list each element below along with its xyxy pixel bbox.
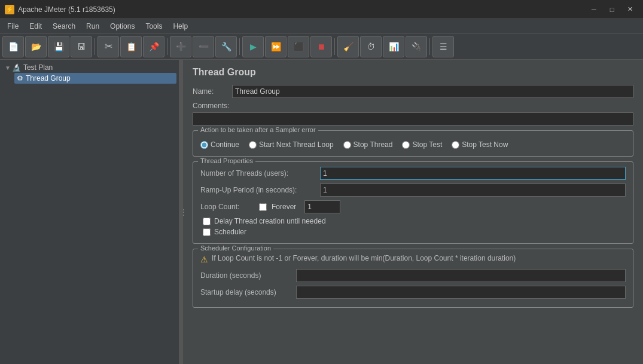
paste-button[interactable] [143, 36, 164, 57]
stop-now-icon [317, 42, 325, 51]
content-area: Thread Group Name: Comments: Action to b… [183, 60, 643, 364]
startup-delay-row: Startup delay (seconds) [200, 286, 626, 299]
clear-button[interactable] [337, 36, 359, 57]
name-field-label: Name: [193, 87, 228, 96]
forever-checkbox[interactable] [259, 203, 267, 211]
duration-input[interactable] [296, 269, 626, 282]
rampup-label: Ramp-Up Period (in seconds): [200, 186, 320, 194]
remove-button[interactable] [193, 36, 214, 57]
new-icon [8, 42, 19, 51]
close-button[interactable]: ✕ [621, 4, 638, 16]
sidebar-item-test-plan[interactable]: ▼ 🔬 Test Plan [2, 62, 176, 73]
menu-search[interactable]: Search [48, 21, 80, 32]
toolbar-sep-1 [95, 38, 95, 55]
radio-start-next-thread-loop[interactable]: Start Next Thread Loop [249, 140, 334, 149]
new-button[interactable] [2, 36, 24, 57]
menu-run[interactable]: Run [81, 21, 104, 32]
radio-stop-thread-input[interactable] [343, 141, 351, 149]
radio-stop-test-label: Stop Test [412, 140, 442, 149]
delay-thread-checkbox[interactable] [203, 218, 211, 225]
toolbar-sep-2 [167, 38, 167, 55]
start-icon [250, 42, 257, 51]
scheduler-checkbox[interactable] [203, 228, 211, 236]
test-plan-label: Test Plan [23, 63, 53, 72]
comments-input[interactable] [193, 112, 633, 126]
browse-button[interactable] [215, 36, 237, 57]
panel-title: Thread Group [193, 67, 633, 78]
timer-icon [367, 42, 375, 51]
radio-stop-test-now-input[interactable] [452, 141, 459, 149]
open-button[interactable] [25, 36, 47, 57]
radio-stop-thread-label: Stop Thread [354, 140, 393, 149]
radio-stop-test-input[interactable] [402, 141, 410, 149]
browse-icon [221, 42, 231, 51]
radio-stop-test-now[interactable]: Stop Test Now [452, 140, 508, 149]
name-input[interactable] [232, 85, 633, 98]
menu-help[interactable]: Help [168, 21, 193, 32]
comments-label: Comments: [193, 102, 633, 110]
rampup-input[interactable] [320, 183, 626, 197]
open-icon [31, 42, 41, 51]
main-layout: ▼ 🔬 Test Plan ⚙ Thread Group Thread Grou… [0, 60, 643, 364]
paste-icon [149, 42, 159, 51]
radio-start-next-thread-loop-label: Start Next Thread Loop [259, 140, 334, 149]
menu-edit[interactable]: Edit [25, 21, 47, 32]
num-threads-input[interactable] [320, 167, 626, 180]
menu-options[interactable]: Options [105, 21, 139, 32]
radio-stop-test[interactable]: Stop Test [402, 140, 442, 149]
window-title: Apache JMeter (5.1 r1853635) [18, 5, 115, 14]
timer-button[interactable] [360, 36, 382, 57]
save-as-button[interactable] [71, 36, 92, 57]
loop-count-input[interactable] [304, 200, 340, 213]
title-bar: ⚡ Apache JMeter (5.1 r1853635) ─ □ ✕ [0, 0, 643, 19]
maximize-button[interactable]: □ [604, 4, 620, 16]
sidebar: ▼ 🔬 Test Plan ⚙ Thread Group [0, 60, 179, 364]
radio-stop-thread[interactable]: Stop Thread [343, 140, 393, 149]
radio-start-next-thread-loop-input[interactable] [249, 141, 257, 149]
cut-icon [105, 41, 112, 52]
scheduler-label: Scheduler [214, 228, 246, 236]
startup-delay-label: Startup delay (seconds) [200, 288, 296, 296]
stop-now-button[interactable] [310, 36, 332, 57]
radio-continue-input[interactable] [200, 141, 208, 149]
menu-tools[interactable]: Tools [141, 21, 167, 32]
start-no-pause-button[interactable] [265, 36, 287, 57]
sidebar-item-thread-group[interactable]: ⚙ Thread Group [14, 73, 176, 84]
start-button[interactable] [242, 36, 264, 57]
save-as-icon [77, 42, 86, 51]
resize-handle[interactable] [179, 60, 183, 364]
remove-icon [199, 42, 209, 51]
loop-count-label: Loop Count: [200, 203, 254, 211]
delay-thread-row: Delay Thread creation until needed [200, 217, 626, 225]
save-button[interactable] [48, 36, 69, 57]
scheduler-config-group: Scheduler Configuration ⚠ If Loop Count … [193, 249, 633, 308]
list-button[interactable] [432, 36, 454, 57]
toolbar [0, 33, 643, 60]
title-bar-left: ⚡ Apache JMeter (5.1 r1853635) [5, 5, 115, 14]
menu-file[interactable]: File [2, 21, 23, 32]
stop-button[interactable] [288, 36, 309, 57]
remote-button[interactable] [406, 36, 427, 57]
minimize-button[interactable]: ─ [586, 4, 602, 16]
start-no-pause-icon [271, 42, 281, 51]
num-threads-row: Number of Threads (users): [200, 167, 626, 180]
name-row: Name: [193, 85, 633, 98]
thread-props-title: Thread Properties [198, 157, 255, 164]
app-icon: ⚡ [5, 5, 14, 14]
radio-continue-label: Continue [211, 140, 239, 149]
expand-arrow: ▼ [5, 65, 11, 71]
loop-count-row: Loop Count: Forever [200, 200, 626, 213]
save-icon [54, 42, 64, 51]
radio-continue[interactable]: Continue [200, 140, 239, 149]
action-error-title: Action to be taken after a Sampler error [198, 126, 318, 133]
num-threads-label: Number of Threads (users): [200, 169, 320, 178]
cut-button[interactable] [97, 36, 119, 57]
window-controls: ─ □ ✕ [586, 4, 638, 16]
comments-row: Comments: [193, 102, 633, 126]
thread-props-group: Thread Properties Number of Threads (use… [193, 161, 633, 244]
add-button[interactable] [170, 36, 191, 57]
copy-button[interactable] [120, 36, 142, 57]
startup-delay-input[interactable] [296, 286, 626, 299]
report-button[interactable] [383, 36, 404, 57]
duration-row: Duration (seconds) [200, 269, 626, 282]
